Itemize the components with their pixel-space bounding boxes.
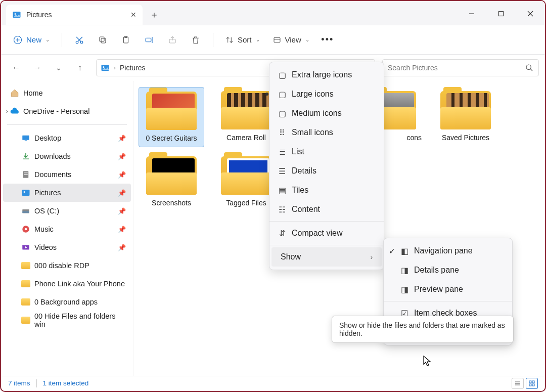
search-box[interactable] [382, 59, 539, 76]
item-name: Tagged Files [226, 199, 266, 207]
minimize-button[interactable] [457, 3, 486, 25]
svg-point-24 [526, 65, 531, 69]
pictures-icon [12, 10, 21, 19]
cut-button[interactable] [69, 31, 89, 49]
sidebar-label: Videos [34, 243, 57, 251]
folder-item[interactable]: 0 Secret Guitars [139, 87, 204, 147]
music-icon [21, 225, 30, 234]
more-button[interactable]: ••• [317, 31, 338, 49]
compact-icon: ⇵ [278, 229, 287, 238]
forward-button[interactable]: → [28, 59, 47, 77]
pin-icon: 📌 [118, 207, 126, 215]
copy-icon [98, 35, 107, 45]
separator [62, 33, 62, 47]
sidebar-item-downloads[interactable]: Downloads📌 [3, 147, 131, 165]
svg-rect-29 [24, 172, 28, 173]
menu-item-medium-icons[interactable]: ▢Medium icons [271, 104, 382, 123]
item-count: 7 items [8, 379, 30, 387]
svg-rect-20 [274, 37, 280, 42]
view-label: View [285, 35, 301, 44]
sort-button[interactable]: Sort ⌄ [220, 32, 265, 47]
rename-button[interactable] [139, 31, 159, 49]
folder-item[interactable]: Saved Pictures [433, 87, 498, 147]
menu-item-details[interactable]: ☰Details [271, 161, 382, 181]
view-button[interactable]: View ⌄ [268, 32, 314, 47]
details-view-toggle[interactable] [512, 378, 524, 389]
close-button[interactable] [516, 3, 545, 25]
svg-rect-42 [532, 381, 534, 383]
view-toggles [512, 378, 538, 389]
sidebar-item-pictures[interactable]: Pictures📌 [3, 184, 131, 202]
menu-item-navigation-pane[interactable]: ✓◧Navigation pane [386, 241, 510, 260]
clipboard-icon [121, 35, 130, 45]
pin-icon: 📌 [118, 171, 126, 179]
menu-item-large-icons[interactable]: ▢Large icons [271, 84, 382, 104]
expand-icon[interactable]: › [6, 108, 8, 115]
plus-circle-icon [13, 35, 22, 45]
svg-rect-3 [499, 12, 504, 16]
menu-item-tiles[interactable]: ▤Tiles [271, 181, 382, 200]
menu-item-extra-large-icons[interactable]: ▢Extra large icons [271, 65, 382, 84]
sidebar-item-folder[interactable]: Phone Link aka Your Phone [3, 275, 131, 293]
menu-item-show[interactable]: Show› [271, 247, 382, 267]
svg-rect-27 [25, 141, 27, 142]
view-icon [273, 36, 281, 44]
menu-item-compact-view[interactable]: ⇵Compact view [271, 224, 382, 243]
paste-button[interactable] [116, 31, 136, 49]
menu-item-preview-pane[interactable]: ◨Preview pane [386, 280, 510, 299]
sidebar-item-onedrive[interactable]: › OneDrive - Personal [3, 102, 131, 120]
video-icon [21, 243, 30, 252]
sidebar-item-folder[interactable]: 00 Hide Files and folders win [3, 311, 131, 329]
radio-dot-icon [265, 93, 268, 96]
sidebar-item-desktop[interactable]: Desktop📌 [3, 129, 131, 147]
share-button[interactable] [162, 31, 183, 49]
sidebar-item-documents[interactable]: Documents📌 [3, 165, 131, 184]
sidebar-item-music[interactable]: Music📌 [3, 220, 131, 238]
tab-close-icon[interactable]: ✕ [130, 11, 136, 19]
menu-item-details-pane[interactable]: ◨Details pane [386, 260, 510, 280]
menu-item-small-icons[interactable]: ⠿Small icons [271, 123, 382, 142]
svg-point-36 [25, 228, 27, 231]
sidebar-label: Pictures [34, 189, 61, 197]
share-icon [168, 35, 177, 45]
sidebar-label: OneDrive - Personal [23, 107, 89, 115]
up-button[interactable]: ↑ [71, 59, 89, 77]
view-menu: ▢Extra large icons ▢Large icons ▢Medium … [269, 62, 384, 270]
new-tab-button[interactable]: ＋ [146, 6, 163, 23]
sidebar-item-folder[interactable]: 0 Background apps [3, 293, 131, 311]
sidebar-item-os[interactable]: OS (C:)📌 [3, 202, 131, 220]
breadcrumb-separator: › [114, 64, 116, 71]
menu-separator [384, 301, 512, 301]
icons-view-toggle[interactable] [526, 378, 538, 389]
sidebar-item-videos[interactable]: Videos📌 [3, 238, 131, 256]
details-icon: ☰ [278, 166, 287, 176]
delete-button[interactable] [186, 31, 206, 49]
new-button[interactable]: New ⌄ [8, 32, 55, 48]
sidebar-item-home[interactable]: Home [3, 84, 131, 102]
cloud-icon [10, 107, 19, 116]
breadcrumb[interactable]: Pictures [120, 64, 146, 72]
sidebar-label: Phone Link aka Your Phone [34, 280, 125, 288]
menu-separator [269, 221, 384, 222]
item-name: Screenshots [152, 199, 191, 207]
maximize-button[interactable] [486, 3, 516, 25]
svg-point-32 [24, 191, 25, 193]
recent-button[interactable]: ⌄ [50, 59, 68, 77]
item-name: 0 Secret Guitars [146, 134, 197, 143]
folder-item[interactable]: Screenshots [139, 152, 204, 211]
chevron-down-icon: ⌄ [305, 37, 309, 42]
sidebar-item-folder[interactable]: 000 disable RDP [3, 256, 131, 275]
window-tab[interactable]: Pictures ✕ [6, 5, 143, 25]
copy-button[interactable] [93, 31, 113, 49]
menu-item-content[interactable]: ☷Content [271, 200, 382, 219]
menu-item-list[interactable]: ≣List [271, 142, 382, 161]
menu-separator [269, 245, 384, 245]
pane-icon: ◨ [400, 266, 409, 275]
svg-rect-41 [529, 381, 531, 383]
svg-line-25 [530, 69, 532, 71]
search-icon[interactable] [525, 64, 533, 72]
sidebar-label: 0 Background apps [34, 298, 98, 306]
back-button[interactable]: ← [7, 59, 25, 77]
status-bar: 7 items 1 item selected [2, 376, 544, 390]
search-input[interactable] [388, 64, 521, 72]
